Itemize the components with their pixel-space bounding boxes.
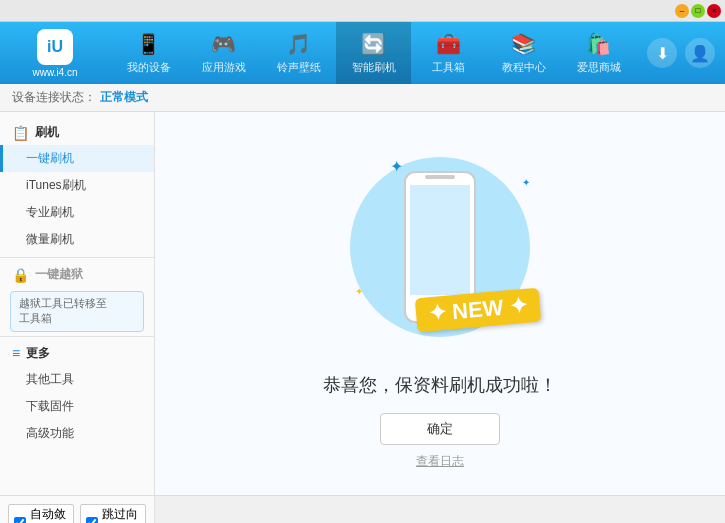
- nav-label-my-device: 我的设备: [127, 60, 171, 75]
- confirm-button[interactable]: 确定: [380, 413, 500, 445]
- sidebar-divider-1: [0, 257, 154, 258]
- account-button[interactable]: 👤: [685, 38, 715, 68]
- secondary-link[interactable]: 查看日志: [416, 453, 464, 470]
- sidebar: 📋 刷机 一键刷机 iTunes刷机 专业刷机 微量刷机 🔒 一键越狱 越狱工具…: [0, 112, 155, 495]
- lock-icon: 🔒: [12, 267, 29, 283]
- more-section-icon: ≡: [12, 345, 20, 361]
- logo-icon: iU: [37, 29, 73, 65]
- checkbox-row: 自动敛连 跳过向导: [8, 504, 146, 523]
- nav-item-ringtones[interactable]: 🎵铃声壁纸: [261, 22, 336, 84]
- nav-icon-smart-brush: 🔄: [361, 32, 386, 56]
- nav-item-store[interactable]: 🛍️爱思商城: [561, 22, 636, 84]
- auto-connect-text: 自动敛连: [30, 506, 68, 523]
- sidebar-section-jailbreak: 🔒 一键越狱: [0, 262, 154, 287]
- nav-right: ⬇ 👤: [647, 38, 715, 68]
- sparkle-1: ✦: [390, 157, 403, 176]
- nav-label-apps-games: 应用游戏: [202, 60, 246, 75]
- nav-icon-tutorials: 📚: [511, 32, 536, 56]
- status-bar: 设备连接状态： 正常模式: [0, 84, 725, 112]
- skip-wizard-checkbox[interactable]: [86, 517, 98, 523]
- logo-url: www.i4.cn: [32, 67, 77, 78]
- nav-item-my-device[interactable]: 📱我的设备: [111, 22, 186, 84]
- minimize-button[interactable]: –: [675, 4, 689, 18]
- bottom-section: 自动敛连 跳过向导 📱 iPhone 12 mini 64GB Down-12m…: [0, 495, 725, 523]
- close-button[interactable]: ×: [707, 4, 721, 18]
- success-text: 恭喜您，保资料刷机成功啦！: [323, 373, 557, 397]
- download-button[interactable]: ⬇: [647, 38, 677, 68]
- sidebar-item-itunes[interactable]: iTunes刷机: [0, 172, 154, 199]
- nav-item-tutorials[interactable]: 📚教程中心: [486, 22, 561, 84]
- nav-item-smart-brush[interactable]: 🔄智能刷机: [336, 22, 411, 84]
- more-section-label: 更多: [26, 345, 50, 362]
- sidebar-section-more[interactable]: ≡ 更多: [0, 341, 154, 366]
- status-value: 正常模式: [100, 89, 148, 106]
- nav-icon-apps-games: 🎮: [211, 32, 236, 56]
- maximize-button[interactable]: □: [691, 4, 705, 18]
- sidebar-item-other-tools[interactable]: 其他工具: [0, 366, 154, 393]
- nav-icon-store: 🛍️: [586, 32, 611, 56]
- sidebar-item-one-click[interactable]: 一键刷机: [0, 145, 154, 172]
- nav-icon-my-device: 📱: [136, 32, 161, 56]
- brush-section-label: 刷机: [35, 124, 59, 141]
- logo-area: iU www.i4.cn: [10, 29, 100, 78]
- nav-items: 📱我的设备🎮应用游戏🎵铃声壁纸🔄智能刷机🧰工具箱📚教程中心🛍️爱思商城: [100, 22, 647, 84]
- title-bar-controls: – □ ×: [675, 4, 721, 18]
- svg-rect-1: [410, 185, 470, 295]
- sidebar-divider-2: [0, 336, 154, 337]
- auto-connect-checkbox[interactable]: [14, 517, 26, 523]
- title-bar: – □ ×: [0, 0, 725, 22]
- status-label: 设备连接状态：: [12, 89, 96, 106]
- nav-label-store: 爱思商城: [577, 60, 621, 75]
- content-area: ✦ NEW ✦ ✦ ✦ ✦ 恭喜您，保资料刷机成功啦！ 确定 查看日志: [155, 112, 725, 495]
- sidebar-section-brush[interactable]: 📋 刷机: [0, 120, 154, 145]
- svg-rect-3: [425, 175, 455, 179]
- nav-label-smart-brush: 智能刷机: [352, 60, 396, 75]
- jailbreak-notice: 越狱工具已转移至工具箱: [10, 291, 144, 332]
- sidebar-item-pro[interactable]: 专业刷机: [0, 199, 154, 226]
- auto-connect-label[interactable]: 自动敛连: [8, 504, 74, 523]
- nav-icon-toolbox: 🧰: [436, 32, 461, 56]
- nav-label-ringtones: 铃声壁纸: [277, 60, 321, 75]
- sidebar-item-micro[interactable]: 微量刷机: [0, 226, 154, 253]
- nav-label-toolbox: 工具箱: [432, 60, 465, 75]
- nav-item-toolbox[interactable]: 🧰工具箱: [411, 22, 486, 84]
- main-layout: 📋 刷机 一键刷机 iTunes刷机 专业刷机 微量刷机 🔒 一键越狱 越狱工具…: [0, 112, 725, 495]
- skip-wizard-label[interactable]: 跳过向导: [80, 504, 146, 523]
- sidebar-item-download-firmware[interactable]: 下载固件: [0, 393, 154, 420]
- nav-icon-ringtones: 🎵: [286, 32, 311, 56]
- bottom-sidebar: 自动敛连 跳过向导 📱 iPhone 12 mini 64GB Down-12m…: [0, 496, 155, 523]
- top-nav: iU www.i4.cn 📱我的设备🎮应用游戏🎵铃声壁纸🔄智能刷机🧰工具箱📚教程…: [0, 22, 725, 84]
- success-illustration: ✦ NEW ✦ ✦ ✦ ✦: [330, 137, 550, 357]
- skip-wizard-text: 跳过向导: [102, 506, 140, 523]
- jailbreak-label: 一键越狱: [35, 266, 83, 283]
- nav-label-tutorials: 教程中心: [502, 60, 546, 75]
- nav-item-apps-games[interactable]: 🎮应用游戏: [186, 22, 261, 84]
- sidebar-item-advanced[interactable]: 高级功能: [0, 420, 154, 447]
- sparkle-3: ✦: [355, 286, 363, 297]
- brush-section-icon: 📋: [12, 125, 29, 141]
- sparkle-2: ✦: [522, 177, 530, 188]
- bottom-content: ⬛ 阻止iTunes运行 V7.98.66 客服 微信公众号 检查更新: [155, 496, 725, 523]
